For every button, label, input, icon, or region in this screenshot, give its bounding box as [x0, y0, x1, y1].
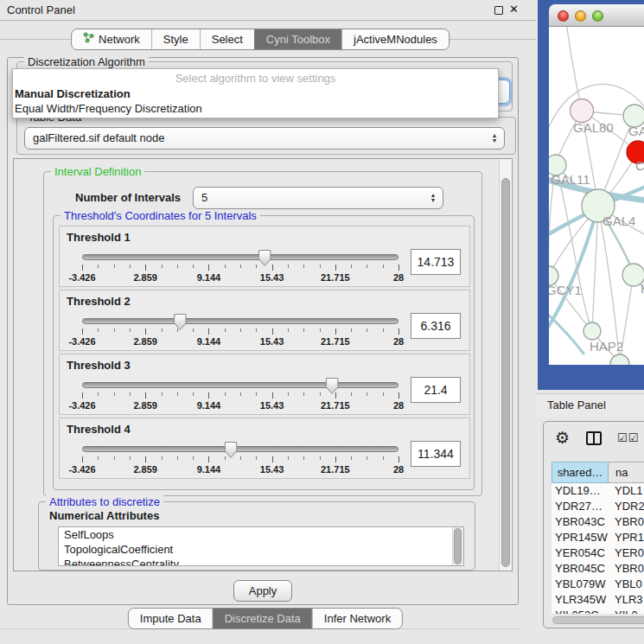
tab-select[interactable]: Select	[200, 29, 254, 49]
cell-shared-name: YBR043C	[552, 514, 609, 530]
zoom-traffic-light-icon[interactable]	[592, 10, 603, 22]
table-row[interactable]: YBR043CYBR0	[552, 514, 644, 530]
tab-network[interactable]: Network	[72, 29, 151, 49]
table-row[interactable]: YIL052CYIL0	[552, 608, 644, 614]
attribute-item-selfloops[interactable]: SelfLoops	[59, 527, 463, 542]
tick-mark	[162, 265, 163, 268]
slider-track[interactable]	[82, 318, 399, 324]
threshold-1-slider[interactable]: -3.4262.8599.14415.4321.71528	[82, 249, 399, 285]
tick-mark	[114, 328, 115, 332]
tick-mark	[367, 456, 367, 460]
network-edge[interactable]	[549, 206, 598, 331]
scrollbar-thumb[interactable]	[501, 178, 510, 567]
tab-cyni-toolbox[interactable]: Cyni Toolbox	[254, 29, 341, 49]
slider-track[interactable]	[82, 254, 399, 260]
minimize-traffic-light-icon[interactable]	[575, 10, 586, 22]
node-label-ga: GA	[628, 124, 644, 138]
tab-style[interactable]: Style	[151, 29, 200, 49]
slider-track[interactable]	[82, 382, 399, 388]
dropdown-option-manual-discretization[interactable]: Manual Discretization	[15, 87, 131, 100]
tick-mark	[225, 456, 226, 460]
slider-thumb[interactable]	[326, 378, 339, 394]
tick-mark	[335, 392, 336, 399]
table-row[interactable]: YDR27…YDR2	[552, 499, 644, 514]
tab-label: Cyni Toolbox	[266, 29, 330, 49]
table-data-value: galFiltered.sif default node	[33, 131, 164, 144]
tick-mark	[367, 328, 367, 332]
tick-mark	[320, 456, 321, 460]
tick-mark	[145, 392, 146, 399]
network-canvas[interactable]: GAL80GACGAL11GAL4GCY1HHAP2	[549, 27, 644, 365]
numerical-attributes-list[interactable]: SelfLoopsTopologicalCoefficientBetweenne…	[58, 526, 464, 566]
close-traffic-light-icon[interactable]	[558, 10, 569, 22]
threshold-4-slider[interactable]: -3.4262.8599.14415.4321.71528	[82, 441, 399, 477]
vertical-scrollbar[interactable]	[499, 159, 512, 571]
slider-thumb[interactable]	[258, 250, 271, 266]
threshold-3-value-field[interactable]: 21.4	[411, 377, 461, 403]
split-columns-icon[interactable]	[586, 431, 602, 445]
attribute-item-topologicalcoefficient[interactable]: TopologicalCoefficient	[59, 542, 463, 557]
table-row[interactable]: YDL19…YDL1	[552, 483, 644, 499]
tick-mark	[272, 265, 273, 271]
slider-thumb[interactable]	[174, 314, 187, 330]
tick-label: -3.426	[68, 400, 95, 411]
close-icon[interactable]: ✕	[509, 3, 519, 16]
dropdown-option-equal-width-frequency-discretization[interactable]: Equal Width/Frequency Discretization	[15, 102, 202, 115]
tick-mark	[193, 265, 194, 268]
settings-scrollpane: Interval Definition Number of Intervals …	[13, 158, 513, 571]
stepper-icon: ▴▾	[431, 193, 435, 203]
tick-mark	[303, 328, 304, 332]
table-row[interactable]: YER054CYER0	[552, 545, 644, 561]
tick-mark	[162, 392, 163, 396]
tick-mark	[272, 328, 273, 335]
tick-mark	[208, 456, 209, 462]
network-window-titlebar[interactable]	[549, 4, 644, 27]
tick-mark	[114, 456, 115, 460]
tick-label: 2.859	[133, 464, 157, 475]
tab-impute-data[interactable]: Impute Data	[129, 609, 213, 628]
table-row[interactable]: YLR345WYLR3	[552, 592, 644, 608]
table-row[interactable]: YBL079WYBL0	[552, 577, 644, 592]
table-data-combobox[interactable]: galFiltered.sif default node ▴▾	[24, 127, 505, 150]
tick-mark	[208, 328, 209, 335]
threshold-1-value-field[interactable]: 14.713	[411, 249, 461, 275]
tab-infer-network[interactable]: Infer Network	[312, 609, 402, 628]
table-panel: ⚙ ☑☑ shared… na YDL19…YDL1YDR27…YDR2YBR0…	[543, 421, 644, 628]
scrollbar-thumb[interactable]	[454, 528, 462, 564]
network-node-green[interactable]	[583, 322, 601, 340]
tab-label: Discretize Data	[225, 609, 301, 628]
slider-thumb[interactable]	[225, 442, 238, 458]
select-columns-checkboxes-icon[interactable]: ☑☑	[617, 431, 639, 444]
threshold-2-slider[interactable]: -3.4262.8599.14415.4321.71528	[82, 313, 399, 349]
tick-mark	[145, 265, 146, 271]
scrollbar-thumb[interactable]	[552, 616, 644, 624]
column-header-shared-name[interactable]: shared…	[552, 462, 609, 483]
table-row[interactable]: YPR145WYPR1	[552, 530, 644, 545]
horizontal-scrollbar[interactable]	[552, 615, 644, 625]
apply-button[interactable]: Apply	[233, 580, 292, 602]
tick-mark	[177, 265, 178, 268]
tick-mark	[130, 392, 131, 396]
tick-mark	[162, 456, 163, 460]
table-row[interactable]: YBR045CYBR0	[552, 561, 644, 577]
threshold-2-box: Threshold 2-3.4262.8599.14415.4321.71528…	[59, 290, 470, 351]
threshold-3-slider[interactable]: -3.4262.8599.14415.4321.71528	[82, 377, 399, 413]
float-window-icon[interactable]	[494, 6, 503, 15]
slider-track[interactable]	[82, 446, 399, 452]
tab-discretize-data[interactable]: Discretize Data	[213, 609, 312, 628]
tick-mark	[303, 265, 304, 268]
number-of-intervals-combobox[interactable]: 5 ▴▾	[193, 187, 443, 209]
tick-mark	[320, 265, 321, 268]
tick-mark	[288, 456, 289, 460]
column-header-name[interactable]: na	[609, 462, 644, 483]
threshold-1-label: Threshold 1	[67, 231, 131, 244]
attribute-list-scrollbar[interactable]	[452, 527, 463, 565]
tab-jactivemnodules[interactable]: jActiveMNodules	[341, 29, 449, 49]
gear-icon[interactable]: ⚙	[555, 428, 570, 448]
threshold-2-value-field[interactable]: 6.316	[411, 313, 461, 339]
tick-label: -3.426	[68, 336, 95, 347]
threshold-4-value-field[interactable]: 11.344	[411, 441, 461, 467]
attribute-item-betweennesscentrality[interactable]: BetweennessCentrality	[59, 557, 463, 566]
network-node-pink[interactable]	[571, 99, 594, 123]
cell-name: YBR0	[609, 514, 644, 530]
